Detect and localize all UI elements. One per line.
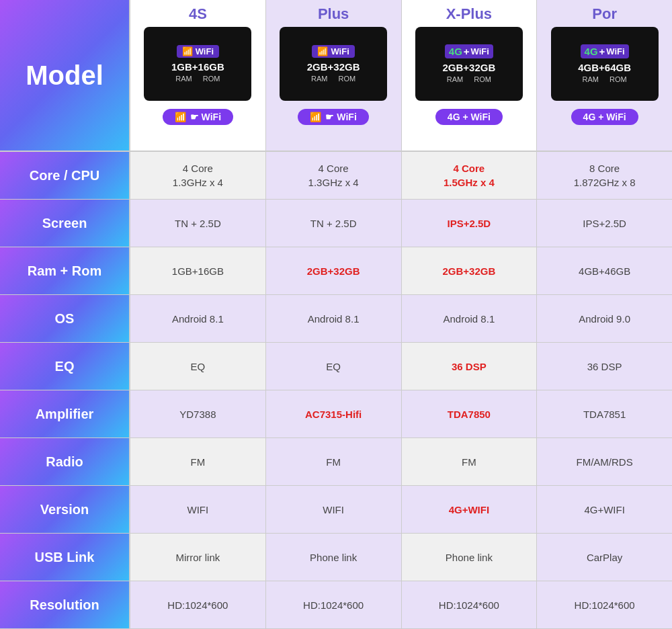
col-plus-title: Plus xyxy=(318,5,349,23)
cell-r2-c0: 1GB+16GB xyxy=(130,247,266,294)
cell-r7-c0: WIFI xyxy=(130,486,266,533)
cell-r4-c0: EQ xyxy=(130,343,266,390)
col-xplus-ram-label: RAM xyxy=(447,75,463,83)
cell-value-r8-c1: Phone link xyxy=(310,550,357,564)
label-cell-8: USB Link xyxy=(0,534,130,581)
data-row-9: ResolutionHD:1024*600HD:1024*600HD:1024*… xyxy=(0,581,672,629)
cell-value-r0-c0: 4 Core1.3GHz x 4 xyxy=(173,161,223,190)
row-label-3: OS xyxy=(55,311,75,327)
cell-r5-c0: YD7388 xyxy=(130,390,266,437)
wifi-icon-4s: 📶 xyxy=(182,46,193,56)
col-4s-title: 4S xyxy=(189,5,207,23)
cell-value-r5-c3: TDA7851 xyxy=(583,407,626,421)
cell-value-r7-c1: WIFI xyxy=(323,503,344,517)
data-row-3: OSAndroid 8.1Android 8.1Android 8.1Andro… xyxy=(0,295,672,343)
cell-r7-c1: WIFI xyxy=(266,486,402,533)
cell-value-r5-c0: YD7388 xyxy=(179,407,216,421)
cell-value-r0-c2: 4 Core1.5GHz x 4 xyxy=(444,161,495,190)
cell-r2-c2: 2GB+32GB xyxy=(402,247,538,294)
col-xplus-ramrom-sub: RAM ROM xyxy=(447,75,491,83)
col-plus-ramrom: 2GB+32GB xyxy=(307,60,360,74)
cell-value-r1-c1: TN + 2.5D xyxy=(310,216,357,230)
model-label-cell: Model xyxy=(0,0,130,151)
cell-r1-c2: IPS+2.5D xyxy=(402,200,538,247)
comparison-table: Model 4S 📶 WiFi 1GB+16GB RAM ROM 📶 ☛ WiF… xyxy=(0,0,672,629)
col-plus-header: Plus 📶 WiFi 2GB+32GB RAM ROM 📶 ☛ WiFi xyxy=(266,0,402,151)
col-xplus-device-img: 4G + WiFi 2GB+32GB RAM ROM xyxy=(415,27,523,101)
cell-r2-c1: 2GB+32GB xyxy=(266,247,402,294)
cell-value-r1-c3: IPS+2.5D xyxy=(583,216,626,230)
cell-value-r3-c1: Android 8.1 xyxy=(308,312,360,326)
label-cell-2: Ram + Rom xyxy=(0,247,130,294)
label-cell-7: Version xyxy=(0,486,130,533)
col-4s-header: 4S 📶 WiFi 1GB+16GB RAM ROM 📶 ☛ WiFi xyxy=(130,0,266,151)
data-row-5: AmplifierYD7388AC7315-HifiTDA7850TDA7851 xyxy=(0,390,672,438)
cell-r2-c3: 4GB+46GB xyxy=(537,247,672,294)
cell-r5-c1: AC7315-Hifi xyxy=(266,390,402,437)
cell-value-r8-c2: Phone link xyxy=(446,550,493,564)
col-xplus-header: X-Plus 4G + WiFi 2GB+32GB RAM ROM 4G + W… xyxy=(402,0,538,151)
col-por-connectivity: 4G + WiFi xyxy=(571,109,638,125)
cell-r9-c0: HD:1024*600 xyxy=(130,581,266,628)
row-label-1: Screen xyxy=(42,216,87,231)
col-plus-rom-label: ROM xyxy=(339,75,356,83)
col-por-badge: 4G + WiFi xyxy=(581,44,629,58)
cell-value-r8-c3: CarPlay xyxy=(587,550,622,564)
4g-text-por: 4G xyxy=(585,46,598,57)
col-por-ram-label: RAM xyxy=(583,75,599,83)
col-4s-badge: 📶 WiFi xyxy=(177,45,219,58)
cell-r8-c2: Phone link xyxy=(402,534,538,581)
cell-r9-c1: HD:1024*600 xyxy=(266,581,402,628)
col-plus-device-img: 📶 WiFi 2GB+32GB RAM ROM xyxy=(280,27,387,101)
row-label-8: USB Link xyxy=(35,550,95,565)
cell-value-r1-c2: IPS+2.5D xyxy=(448,216,491,230)
cell-value-r0-c3: 8 Core1.872GHz x 8 xyxy=(574,161,636,190)
cell-r1-c3: IPS+2.5D xyxy=(537,200,672,247)
cell-r1-c0: TN + 2.5D xyxy=(130,200,266,247)
4g-text-xplus: 4G xyxy=(449,46,462,57)
cell-value-r3-c3: Android 9.0 xyxy=(579,312,630,326)
cell-value-r3-c0: Android 8.1 xyxy=(172,312,224,326)
cell-value-r2-c0: 1GB+16GB xyxy=(172,264,224,278)
wifi-badge-icon-plus: 📶 xyxy=(310,112,321,122)
cell-value-r4-c3: 36 DSP xyxy=(587,360,622,374)
cell-r6-c2: FM xyxy=(402,438,538,485)
cell-r0-c1: 4 Core1.3GHz x 4 xyxy=(266,152,402,199)
cell-r7-c2: 4G+WIFI xyxy=(402,486,538,533)
data-row-8: USB LinkMirror linkPhone linkPhone linkC… xyxy=(0,534,672,581)
cell-r3-c3: Android 9.0 xyxy=(537,295,672,342)
col-por-ramrom: 4GB+64GB xyxy=(578,61,631,75)
cell-value-r9-c3: HD:1024*600 xyxy=(575,598,635,612)
col-plus-connectivity: 📶 ☛ WiFi xyxy=(298,109,368,125)
cell-value-r2-c2: 2GB+32GB xyxy=(442,264,495,278)
cell-value-r6-c2: FM xyxy=(462,455,476,469)
cell-value-r7-c2: 4G+WIFI xyxy=(449,503,489,517)
cell-value-r5-c1: AC7315-Hifi xyxy=(305,407,362,421)
col-xplus-rom-label: ROM xyxy=(474,75,491,83)
cell-value-r8-c0: Mirror link xyxy=(175,550,220,564)
cell-r8-c1: Phone link xyxy=(266,534,402,581)
cell-r6-c0: FM xyxy=(130,438,266,485)
cell-value-r7-c3: 4G+WIFI xyxy=(584,503,624,517)
header-row: Model 4S 📶 WiFi 1GB+16GB RAM ROM 📶 ☛ WiF… xyxy=(0,0,672,152)
data-row-1: ScreenTN + 2.5DTN + 2.5DIPS+2.5DIPS+2.5D xyxy=(0,200,672,247)
cell-r7-c3: 4G+WIFI xyxy=(537,486,672,533)
col-4s-ramrom-sub: RAM ROM xyxy=(175,75,220,83)
cell-r3-c1: Android 8.1 xyxy=(266,295,402,342)
row-label-0: Core / CPU xyxy=(30,168,99,183)
data-row-7: VersionWIFIWIFI4G+WIFI4G+WIFI xyxy=(0,486,672,534)
cell-value-r6-c3: FM/AM/RDS xyxy=(577,455,633,469)
cell-value-r5-c2: TDA7850 xyxy=(448,407,491,421)
col-xplus-title: X-Plus xyxy=(446,5,492,23)
cell-value-r6-c0: FM xyxy=(191,455,206,469)
cell-value-r9-c2: HD:1024*600 xyxy=(439,598,499,612)
cell-r4-c2: 36 DSP xyxy=(402,343,538,390)
col-4s-connectivity: 📶 ☛ WiFi xyxy=(163,109,233,125)
cell-r3-c0: Android 8.1 xyxy=(130,295,266,342)
wifi-icon-plus: 📶 xyxy=(317,46,328,56)
cell-r3-c2: Android 8.1 xyxy=(402,295,538,342)
col-plus-ramrom-sub: RAM ROM xyxy=(311,75,355,83)
label-cell-1: Screen xyxy=(0,200,130,247)
cell-value-r7-c0: WIFI xyxy=(187,503,209,517)
col-por-rom-label: ROM xyxy=(610,75,627,83)
